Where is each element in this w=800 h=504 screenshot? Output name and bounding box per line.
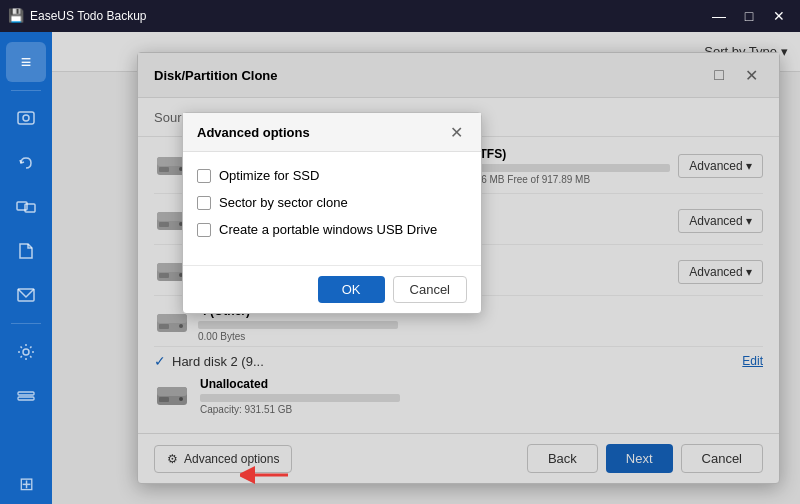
option-sector-clone[interactable]: Sector by sector clone xyxy=(197,195,467,210)
restore-svg-icon xyxy=(15,152,37,174)
svg-point-5 xyxy=(23,349,29,355)
maximize-button[interactable]: □ xyxy=(736,3,762,29)
advanced-options-modal: Advanced options ✕ Optimize for SSD Sect… xyxy=(182,112,482,314)
settings-svg-icon xyxy=(15,341,37,363)
option-portable-usb-label: Create a portable windows USB Drive xyxy=(219,222,437,237)
checkbox-optimize-ssd[interactable] xyxy=(197,169,211,183)
sidebar-item-restore[interactable] xyxy=(6,143,46,183)
sidebar-item-settings[interactable] xyxy=(6,332,46,372)
sidebar-divider-2 xyxy=(11,323,41,324)
checkbox-sector-clone[interactable] xyxy=(197,196,211,210)
minimize-button[interactable]: — xyxy=(706,3,732,29)
title-bar: 💾 EaseUS Todo Backup — □ ✕ xyxy=(0,0,800,32)
ok-button[interactable]: OK xyxy=(318,276,385,303)
window-controls: — □ ✕ xyxy=(706,3,792,29)
tools-svg-icon xyxy=(15,385,37,407)
svg-rect-7 xyxy=(18,397,34,400)
mail-svg-icon xyxy=(15,284,37,306)
backup-svg-icon xyxy=(15,108,37,130)
advanced-modal-backdrop: Advanced options ✕ Optimize for SSD Sect… xyxy=(52,32,800,504)
advanced-modal-body: Optimize for SSD Sector by sector clone … xyxy=(183,152,481,265)
sidebar-item-clone[interactable] xyxy=(6,187,46,227)
close-button[interactable]: ✕ xyxy=(766,3,792,29)
sidebar-item-apps[interactable]: ⊞ xyxy=(6,464,46,504)
sidebar-item-menu[interactable]: ≡ xyxy=(6,42,46,82)
sidebar-item-tools[interactable] xyxy=(6,376,46,416)
main-layout: ≡ xyxy=(0,32,800,504)
sidebar-divider xyxy=(11,90,41,91)
option-sector-clone-label: Sector by sector clone xyxy=(219,195,348,210)
advanced-modal-footer: OK Cancel xyxy=(183,265,481,313)
option-optimize-ssd-label: Optimize for SSD xyxy=(219,168,319,183)
content-area: Sort by Type ▾ Disk/Partition Clone □ ✕ … xyxy=(52,32,800,504)
sidebar-item-mail[interactable] xyxy=(6,275,46,315)
app-title: EaseUS Todo Backup xyxy=(30,9,706,23)
advanced-modal-titlebar: Advanced options ✕ xyxy=(183,113,481,152)
app-icon: 💾 xyxy=(8,8,24,24)
advanced-modal-close-button[interactable]: ✕ xyxy=(445,121,467,143)
svg-point-1 xyxy=(23,115,29,121)
option-optimize-ssd[interactable]: Optimize for SSD xyxy=(197,168,467,183)
svg-rect-0 xyxy=(18,112,34,124)
files-svg-icon xyxy=(15,240,37,262)
clone-svg-icon xyxy=(15,196,37,218)
option-portable-usb[interactable]: Create a portable windows USB Drive xyxy=(197,222,467,237)
advanced-modal-title-text: Advanced options xyxy=(197,125,310,140)
modal-cancel-button[interactable]: Cancel xyxy=(393,276,467,303)
sidebar-item-files[interactable] xyxy=(6,231,46,271)
sidebar-item-backup[interactable] xyxy=(6,99,46,139)
checkbox-portable-usb[interactable] xyxy=(197,223,211,237)
svg-rect-6 xyxy=(18,392,34,395)
sidebar: ≡ xyxy=(0,32,52,504)
